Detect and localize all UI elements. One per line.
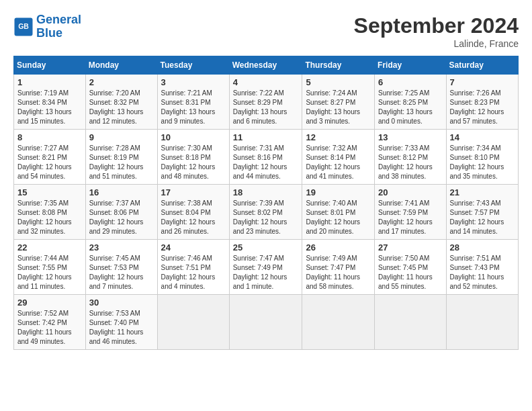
day-number: 4 xyxy=(233,77,299,87)
day-number: 10 xyxy=(161,132,226,142)
table-row: 4 Sunrise: 7:22 AM Sunset: 8:29 PM Dayli… xyxy=(229,75,302,130)
day-info: Sunrise: 7:53 AM Sunset: 7:40 PM Dayligh… xyxy=(89,309,154,347)
day-info: Sunrise: 7:38 AM Sunset: 8:04 PM Dayligh… xyxy=(161,199,226,236)
day-info: Sunrise: 7:27 AM Sunset: 8:21 PM Dayligh… xyxy=(17,144,82,181)
day-number: 7 xyxy=(450,77,515,87)
day-number: 17 xyxy=(161,187,226,197)
day-info: Sunrise: 7:35 AM Sunset: 8:08 PM Dayligh… xyxy=(17,199,82,236)
day-number: 16 xyxy=(89,187,154,197)
calendar-week-row: 8 Sunrise: 7:27 AM Sunset: 8:21 PM Dayli… xyxy=(14,130,519,185)
table-row: 26 Sunrise: 7:49 AM Sunset: 7:47 PM Dayl… xyxy=(302,240,375,295)
table-row: 23 Sunrise: 7:45 AM Sunset: 7:53 PM Dayl… xyxy=(85,240,157,295)
table-row: 30 Sunrise: 7:53 AM Sunset: 7:40 PM Dayl… xyxy=(85,295,157,350)
day-info: Sunrise: 7:43 AM Sunset: 7:57 PM Dayligh… xyxy=(450,199,515,236)
table-row: 2 Sunrise: 7:20 AM Sunset: 8:32 PM Dayli… xyxy=(85,75,157,130)
table-row: 5 Sunrise: 7:24 AM Sunset: 8:27 PM Dayli… xyxy=(302,75,375,130)
table-row: 3 Sunrise: 7:21 AM Sunset: 8:31 PM Dayli… xyxy=(157,75,229,130)
day-number: 18 xyxy=(233,187,299,197)
calendar-body: 1 Sunrise: 7:19 AM Sunset: 8:34 PM Dayli… xyxy=(14,75,519,350)
month-title: September 2024 xyxy=(354,13,519,38)
table-row: 25 Sunrise: 7:47 AM Sunset: 7:49 PM Dayl… xyxy=(229,240,302,295)
day-number: 8 xyxy=(17,132,82,142)
table-row: 18 Sunrise: 7:39 AM Sunset: 8:02 PM Dayl… xyxy=(229,185,302,240)
day-info: Sunrise: 7:28 AM Sunset: 8:19 PM Dayligh… xyxy=(89,144,154,181)
table-row: 9 Sunrise: 7:28 AM Sunset: 8:19 PM Dayli… xyxy=(85,130,157,185)
day-info: Sunrise: 7:34 AM Sunset: 8:10 PM Dayligh… xyxy=(450,144,515,181)
day-number: 5 xyxy=(306,77,371,87)
table-row: 15 Sunrise: 7:35 AM Sunset: 8:08 PM Dayl… xyxy=(14,185,86,240)
table-row: 20 Sunrise: 7:41 AM Sunset: 7:59 PM Dayl… xyxy=(375,185,446,240)
table-row: 16 Sunrise: 7:37 AM Sunset: 8:06 PM Dayl… xyxy=(85,185,157,240)
table-row: 12 Sunrise: 7:32 AM Sunset: 8:14 PM Dayl… xyxy=(302,130,375,185)
day-info: Sunrise: 7:47 AM Sunset: 7:49 PM Dayligh… xyxy=(233,254,299,291)
day-info: Sunrise: 7:41 AM Sunset: 7:59 PM Dayligh… xyxy=(378,199,442,236)
day-number: 26 xyxy=(306,242,371,253)
day-info: Sunrise: 7:51 AM Sunset: 7:43 PM Dayligh… xyxy=(450,254,515,291)
table-row: 13 Sunrise: 7:33 AM Sunset: 8:12 PM Dayl… xyxy=(375,130,446,185)
table-row xyxy=(375,295,446,350)
day-number: 14 xyxy=(450,132,515,142)
day-info: Sunrise: 7:52 AM Sunset: 7:42 PM Dayligh… xyxy=(17,309,82,347)
day-info: Sunrise: 7:40 AM Sunset: 8:01 PM Dayligh… xyxy=(306,199,371,236)
day-number: 30 xyxy=(89,298,154,308)
table-row: 27 Sunrise: 7:50 AM Sunset: 7:45 PM Dayl… xyxy=(375,240,446,295)
logo-text-line1: General xyxy=(36,13,81,27)
day-number: 19 xyxy=(306,187,371,197)
day-info: Sunrise: 7:24 AM Sunset: 8:27 PM Dayligh… xyxy=(306,89,371,126)
table-row xyxy=(229,295,302,350)
calendar-week-row: 15 Sunrise: 7:35 AM Sunset: 8:08 PM Dayl… xyxy=(14,185,519,240)
table-row: 22 Sunrise: 7:44 AM Sunset: 7:55 PM Dayl… xyxy=(14,240,86,295)
table-row xyxy=(157,295,229,350)
day-number: 15 xyxy=(17,187,82,197)
col-tuesday: Tuesday xyxy=(157,56,229,75)
calendar-week-row: 22 Sunrise: 7:44 AM Sunset: 7:55 PM Dayl… xyxy=(14,240,519,295)
day-number: 3 xyxy=(161,77,226,87)
day-number: 23 xyxy=(89,242,154,253)
table-row: 7 Sunrise: 7:26 AM Sunset: 8:23 PM Dayli… xyxy=(446,75,518,130)
day-number: 6 xyxy=(378,77,442,87)
table-row: 11 Sunrise: 7:31 AM Sunset: 8:16 PM Dayl… xyxy=(229,130,302,185)
table-row: 8 Sunrise: 7:27 AM Sunset: 8:21 PM Dayli… xyxy=(14,130,86,185)
day-number: 13 xyxy=(378,132,442,142)
day-info: Sunrise: 7:20 AM Sunset: 8:32 PM Dayligh… xyxy=(89,89,154,126)
col-monday: Monday xyxy=(85,56,157,75)
day-info: Sunrise: 7:30 AM Sunset: 8:18 PM Dayligh… xyxy=(161,144,226,181)
calendar-week-row: 1 Sunrise: 7:19 AM Sunset: 8:34 PM Dayli… xyxy=(14,75,519,130)
calendar-week-row: 29 Sunrise: 7:52 AM Sunset: 7:42 PM Dayl… xyxy=(14,295,519,350)
table-row: 21 Sunrise: 7:43 AM Sunset: 7:57 PM Dayl… xyxy=(446,185,518,240)
day-number: 12 xyxy=(306,132,371,142)
col-saturday: Saturday xyxy=(446,56,518,75)
day-info: Sunrise: 7:22 AM Sunset: 8:29 PM Dayligh… xyxy=(233,89,299,126)
day-number: 21 xyxy=(450,187,515,197)
day-number: 25 xyxy=(233,242,299,253)
day-info: Sunrise: 7:50 AM Sunset: 7:45 PM Dayligh… xyxy=(378,254,442,291)
day-info: Sunrise: 7:45 AM Sunset: 7:53 PM Dayligh… xyxy=(89,254,154,291)
day-number: 22 xyxy=(17,242,82,253)
col-wednesday: Wednesday xyxy=(229,56,302,75)
table-row: 6 Sunrise: 7:25 AM Sunset: 8:25 PM Dayli… xyxy=(375,75,446,130)
day-info: Sunrise: 7:37 AM Sunset: 8:06 PM Dayligh… xyxy=(89,199,154,236)
logo-icon: GB xyxy=(13,17,34,37)
calendar-table: Sunday Monday Tuesday Wednesday Thursday… xyxy=(13,56,519,350)
table-row: 29 Sunrise: 7:52 AM Sunset: 7:42 PM Dayl… xyxy=(14,295,86,350)
day-number: 11 xyxy=(233,132,299,142)
day-info: Sunrise: 7:33 AM Sunset: 8:12 PM Dayligh… xyxy=(378,144,442,181)
table-row: 19 Sunrise: 7:40 AM Sunset: 8:01 PM Dayl… xyxy=(302,185,375,240)
col-sunday: Sunday xyxy=(14,56,86,75)
day-number: 9 xyxy=(89,132,154,142)
logo-text-line2: Blue xyxy=(36,27,81,40)
day-info: Sunrise: 7:26 AM Sunset: 8:23 PM Dayligh… xyxy=(450,89,515,126)
table-row: 10 Sunrise: 7:30 AM Sunset: 8:18 PM Dayl… xyxy=(157,130,229,185)
day-info: Sunrise: 7:46 AM Sunset: 7:51 PM Dayligh… xyxy=(161,254,226,291)
day-number: 20 xyxy=(378,187,442,197)
day-number: 2 xyxy=(89,77,154,87)
table-row xyxy=(446,295,518,350)
table-row: 24 Sunrise: 7:46 AM Sunset: 7:51 PM Dayl… xyxy=(157,240,229,295)
day-info: Sunrise: 7:39 AM Sunset: 8:02 PM Dayligh… xyxy=(233,199,299,236)
location: Lalinde, France xyxy=(354,38,519,49)
col-friday: Friday xyxy=(375,56,446,75)
table-row: 14 Sunrise: 7:34 AM Sunset: 8:10 PM Dayl… xyxy=(446,130,518,185)
day-number: 24 xyxy=(161,242,226,253)
table-row: 17 Sunrise: 7:38 AM Sunset: 8:04 PM Dayl… xyxy=(157,185,229,240)
header-row: Sunday Monday Tuesday Wednesday Thursday… xyxy=(14,56,519,75)
